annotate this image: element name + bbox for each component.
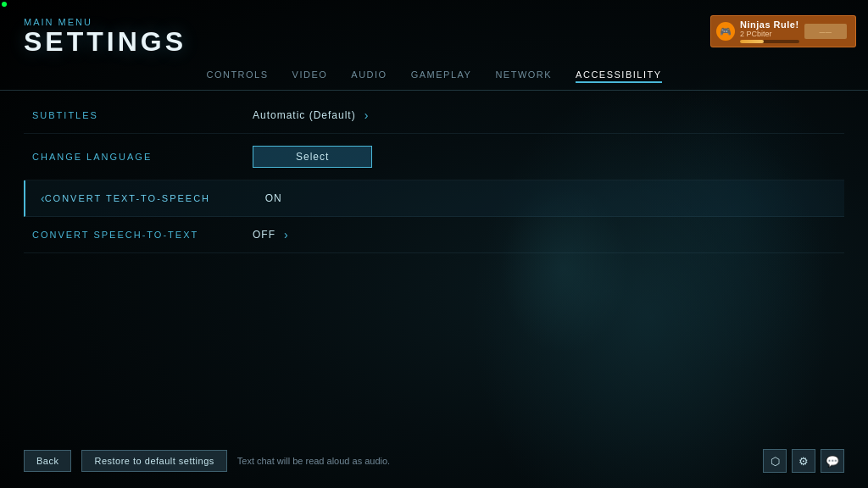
steam-icon: ⬡ [771,455,780,468]
steam-icon-button[interactable]: ⬡ [763,449,787,473]
back-button[interactable]: Back [24,450,71,472]
tab-controls[interactable]: CONTROLS [206,69,268,83]
tab-navigation: CONTROLS VIDEO AUDIO GAMEPLAY NETWORK AC… [0,69,868,91]
footer-icons: ⬡ ⚙ 💬 [763,449,844,473]
tab-video[interactable]: VIDEO [292,69,328,83]
setting-subtitles: SUBTITLES Automatic (Default) › [24,97,844,134]
setting-text-to-speech: ‹ CONVERT TEXT-TO-SPEECH ON [24,180,844,217]
setting-speech-to-text: CONVERT SPEECH-TO-TEXT OFF › [24,217,844,253]
user-weapon-icon: —— [804,24,847,39]
setting-subtitles-label: SUBTITLES [32,110,253,120]
chat-icon: 💬 [826,455,839,468]
setting-stt-value-container: OFF › [253,229,288,241]
chat-icon-button[interactable]: 💬 [821,449,844,473]
user-progress-fill [740,40,764,43]
settings-panel: SUBTITLES Automatic (Default) › CHANGE L… [24,97,844,253]
setting-language-value-container: Select [253,146,372,168]
user-avatar: 🎮 [716,22,735,41]
setting-stt-value: OFF [253,229,275,241]
setting-tts-value: ON [265,192,282,204]
chevron-right-icon-2[interactable]: › [284,229,288,241]
settings-icon-button[interactable]: ⚙ [792,449,815,473]
tab-gameplay[interactable]: GAMEPLAY [411,69,472,83]
setting-change-language: CHANGE LANGUAGE Select [24,134,844,180]
online-indicator [2,2,7,7]
user-badge: 🎮 Ninjas Rule! 2 PCbiter —— [710,15,856,47]
gear-icon: ⚙ [798,455,809,468]
user-subtitle: 2 PCbiter [740,30,799,38]
tab-accessibility[interactable]: ACCESSIBILITY [576,69,661,83]
tab-network[interactable]: NETWORK [495,69,552,83]
select-language-button[interactable]: Select [253,146,372,168]
setting-tts-label: CONVERT TEXT-TO-SPEECH [45,193,265,203]
username: Ninjas Rule! [740,19,799,30]
page-header: MAIN MENU SETTINGS [24,17,186,57]
setting-subtitles-value-container: Automatic (Default) › [253,109,368,121]
setting-subtitles-value: Automatic (Default) [253,109,356,121]
setting-language-label: CHANGE LANGUAGE [32,152,253,162]
user-info: Ninjas Rule! 2 PCbiter [740,19,799,43]
footer: Back Restore to default settings Text ch… [24,449,844,473]
setting-stt-label: CONVERT SPEECH-TO-TEXT [32,230,253,240]
tab-audio[interactable]: AUDIO [351,69,387,83]
page-title: SETTINGS [24,27,186,57]
footer-hint: Text chat will be read aloud as audio. [237,456,753,466]
chevron-right-icon[interactable]: › [364,109,369,121]
restore-defaults-button[interactable]: Restore to default settings [81,450,226,472]
setting-tts-value-container: ON [265,192,282,204]
user-progress-bar [740,40,799,43]
